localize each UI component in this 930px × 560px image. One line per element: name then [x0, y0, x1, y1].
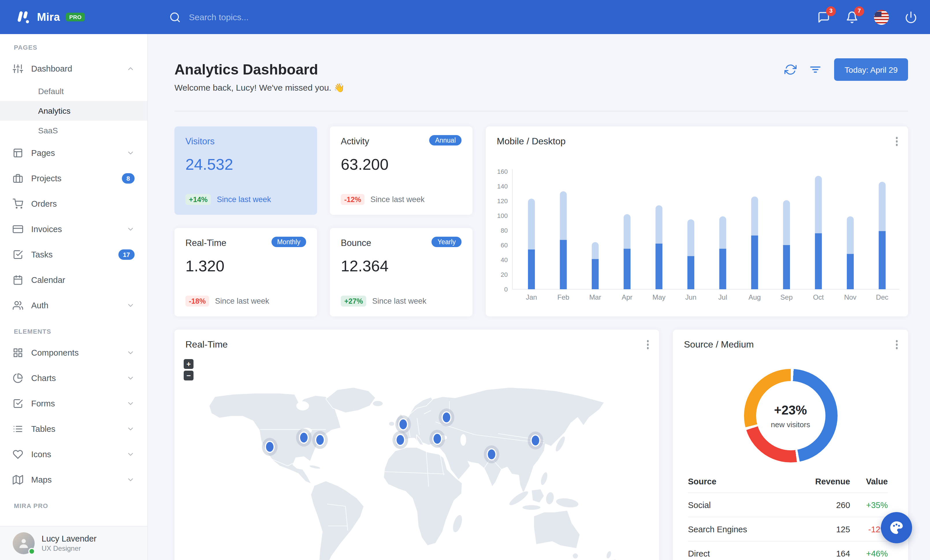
map-marker-london[interactable]: [398, 418, 408, 430]
sidebar-item-forms[interactable]: Forms: [0, 391, 147, 416]
map-marker-black-sea[interactable]: [433, 433, 442, 445]
svg-text:40: 40: [501, 256, 508, 264]
stat-period-pill[interactable]: Annual: [429, 135, 462, 146]
refresh-button[interactable]: [784, 63, 796, 76]
theme-settings-button[interactable]: [881, 512, 912, 543]
map-marker-moscow[interactable]: [442, 411, 451, 423]
online-status-dot: [28, 548, 35, 555]
world-map-svg: [174, 353, 659, 560]
map-marker-chicago[interactable]: [299, 431, 309, 444]
sidebar-subitem-saas[interactable]: SaaS: [0, 121, 147, 140]
sidebar-section-label: ELEMENTS: [0, 318, 147, 340]
bar-mobile-Jan: [528, 249, 535, 289]
svg-text:160: 160: [497, 168, 508, 175]
stat-delta-badge: +27%: [341, 296, 366, 307]
source-table-header-cell: Value: [850, 471, 888, 493]
map-zoom-controls: + −: [184, 359, 194, 380]
bar-desktop-Jul: [719, 216, 726, 252]
message-square-icon: [818, 15, 830, 25]
stat-card-activity: ActivityAnnual63.200-12%Since last week: [330, 126, 473, 215]
cell-value: +35%: [850, 493, 888, 517]
sidebar-user[interactable]: Lucy Lavender UX Designer: [0, 526, 147, 560]
stat-card-real-time: Real-TimeMonthly1.320-18%Since last week: [174, 228, 317, 316]
map-marker-india[interactable]: [487, 448, 496, 460]
sidebar-subitem-analytics[interactable]: Analytics: [0, 101, 147, 121]
more-vertical-icon[interactable]: [895, 339, 899, 350]
sidebar-item-dashboard[interactable]: Dashboard: [0, 56, 147, 81]
sidebar-subitem-default[interactable]: Default: [0, 81, 147, 101]
sidebar-item-charts[interactable]: Charts: [0, 365, 147, 391]
brand[interactable]: Mira PRO: [0, 9, 148, 25]
sidebar-item-projects[interactable]: Projects8: [0, 166, 147, 191]
map-zoom-out-button[interactable]: −: [184, 371, 194, 380]
check-square-icon: [13, 398, 23, 409]
card-title: Source / Medium: [684, 339, 754, 350]
stat-caption: Since last week: [370, 195, 425, 204]
grid-icon: [13, 348, 23, 358]
bar-desktop-Oct: [815, 176, 822, 237]
map-marker-san-francisco[interactable]: [265, 441, 275, 453]
search-input[interactable]: [188, 12, 375, 23]
sidebar-item-icons[interactable]: Icons: [0, 442, 147, 467]
chevron-down-icon: [126, 425, 135, 433]
source-table-header: SourceRevenueValue: [688, 471, 888, 493]
sidebar-item-tables[interactable]: Tables: [0, 416, 147, 442]
sidebar-item-invoices[interactable]: Invoices: [0, 216, 147, 242]
date-button[interactable]: Today: April 29: [834, 58, 908, 81]
svg-text:Jan: Jan: [526, 293, 537, 301]
stat-title: Visitors: [185, 136, 215, 147]
donut-center-value: +23%: [774, 403, 807, 418]
map-marker-china[interactable]: [531, 434, 540, 446]
language-flag-us-icon[interactable]: [874, 9, 889, 25]
sidebar-item-auth[interactable]: Auth: [0, 293, 147, 318]
topbar-actions: 3 7: [818, 9, 930, 25]
map-marker-new-york[interactable]: [315, 434, 325, 446]
map-marker-madrid[interactable]: [396, 434, 405, 446]
svg-text:0: 0: [504, 286, 508, 293]
table-row: Search Engines125-12%: [688, 517, 888, 541]
donut-center-label: new visitors: [771, 420, 810, 429]
bar-mobile-Apr: [624, 249, 630, 289]
search-icon[interactable]: [169, 11, 181, 23]
map-zoom-in-button[interactable]: +: [184, 359, 194, 369]
cell-source: Direct: [688, 541, 790, 560]
bar-mobile-Dec: [879, 231, 885, 289]
stat-delta-badge: -18%: [185, 296, 209, 307]
notifications-button[interactable]: 7: [846, 11, 858, 23]
cell-value: +46%: [850, 541, 888, 560]
signout-button[interactable]: [905, 11, 917, 23]
chevron-down-icon: [126, 149, 135, 157]
mira-logo-icon: [15, 9, 31, 25]
sidebar-item-label: Projects: [31, 174, 114, 183]
bar-desktop-Aug: [751, 196, 758, 239]
sidebar-section-label: PAGES: [0, 34, 147, 56]
sliders-icon: [13, 63, 23, 74]
sidebar-item-calendar[interactable]: Calendar: [0, 267, 147, 293]
messages-button[interactable]: 3: [818, 11, 830, 23]
sidebar: PAGESDashboardDefaultAnalyticsSaaSPagesP…: [0, 34, 148, 560]
chevron-down-icon: [126, 399, 135, 408]
app-root: Mira PRO 3 7: [0, 0, 930, 560]
sidebar-item-label: Components: [31, 348, 119, 357]
bar-mobile-Oct: [815, 233, 822, 289]
stat-value: 24.532: [185, 156, 306, 174]
sidebar-item-orders[interactable]: Orders: [0, 191, 147, 216]
briefcase-icon: [13, 173, 23, 184]
sidebar-item-pages[interactable]: Pages: [0, 140, 147, 166]
chevron-down-icon: [126, 225, 135, 233]
table-row: Social260+35%: [688, 493, 888, 517]
sidebar-item-tasks[interactable]: Tasks17: [0, 242, 147, 267]
more-vertical-icon[interactable]: [645, 339, 650, 350]
world-map[interactable]: + −: [174, 353, 659, 560]
filter-button[interactable]: [809, 63, 821, 76]
sidebar-item-components[interactable]: Components: [0, 340, 147, 365]
stat-period-pill[interactable]: Monthly: [271, 237, 306, 247]
bar-desktop-Nov: [847, 216, 854, 258]
bar-mobile-Nov: [847, 254, 854, 289]
sidebar-item-maps[interactable]: Maps: [0, 467, 147, 492]
user-name: Lucy Lavender: [42, 534, 97, 543]
credit-card-icon: [13, 224, 23, 235]
stat-card-bounce: BounceYearly12.364+27%Since last week: [330, 228, 473, 316]
stat-period-pill[interactable]: Yearly: [432, 237, 462, 247]
stat-card-visitors: Visitors24.532+14%Since last week: [174, 126, 317, 215]
